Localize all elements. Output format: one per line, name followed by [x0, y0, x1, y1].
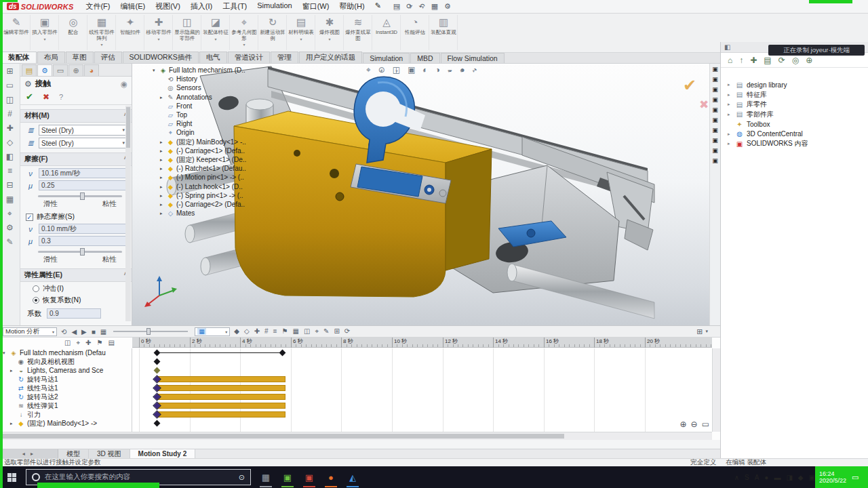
- zoom-icon[interactable]: ⊖: [691, 420, 698, 429]
- ribbon-button[interactable]: ▥ 装配体直观 ▾: [430, 15, 458, 50]
- tray-icon[interactable]: ◆: [798, 474, 804, 481]
- keep-visible-icon[interactable]: ◉: [121, 79, 127, 89]
- timeline-row[interactable]: [132, 366, 712, 375]
- left-toolbar-icon[interactable]: ⚙: [6, 223, 14, 232]
- motion-tree-item[interactable]: ▸ ◒ Lights, Cameras and Sce: [0, 366, 132, 375]
- feature-tree-item[interactable]: ▸ ◆ (固定) Keeper<1> (De..: [150, 155, 258, 164]
- commandmanager-tab[interactable]: 管道设计: [228, 52, 270, 63]
- slider-thumb[interactable]: [80, 192, 85, 200]
- key-diamond[interactable]: [154, 367, 161, 374]
- taskbar-app-icon[interactable]: ▦: [258, 467, 274, 487]
- filter-icon[interactable]: ◫: [64, 339, 71, 347]
- expand-arrow-icon[interactable]: ▸: [728, 92, 732, 98]
- library-tree-item[interactable]: ▸ ▣ SOLIDWORKS 内容: [721, 139, 868, 149]
- study-tab[interactable]: 模型: [58, 449, 89, 458]
- commandmanager-tab[interactable]: MBD: [410, 53, 439, 63]
- key-diamond[interactable]: [154, 359, 161, 365]
- motion-tree-item[interactable]: ▸ ◆ (固定) MainBody<1> ->: [0, 419, 132, 428]
- library-toolbar-icon[interactable]: ⟳: [778, 56, 785, 65]
- expand-arrow-icon[interactable]: ▸: [160, 155, 165, 164]
- motion-tool-icon[interactable]: #: [264, 327, 269, 336]
- motion-tool-icon[interactable]: ≡: [273, 327, 277, 336]
- tray-icon[interactable]: ▬: [774, 474, 781, 481]
- motion-tree-item[interactable]: ↻ 旋转马达1: [0, 375, 132, 384]
- menu-item[interactable]: 插入(I): [191, 1, 212, 12]
- motion-tool-icon[interactable]: ◇: [244, 327, 250, 336]
- quick-access-icon[interactable]: ⟳▾: [406, 2, 412, 11]
- menu-item[interactable]: 帮助(H): [339, 1, 364, 12]
- taskbar-app-icon[interactable]: ◭: [344, 467, 361, 487]
- static-friction-slider[interactable]: [38, 251, 122, 253]
- scrollbar-thumb[interactable]: [1, 434, 564, 439]
- clock-area[interactable]: 16:242020/5/22 ▭: [815, 466, 868, 488]
- help-button[interactable]: ?: [59, 93, 63, 101]
- library-tree-item[interactable]: ▸ ▤ 零部件库: [721, 110, 868, 120]
- library-tree-item[interactable]: ✦ Toolbox: [721, 119, 868, 129]
- slider-thumb[interactable]: [80, 248, 85, 256]
- motion-tool-icon[interactable]: ▦: [292, 327, 298, 336]
- left-toolbar-icon[interactable]: #: [7, 109, 12, 119]
- expand-arrow-icon[interactable]: ▸: [728, 102, 732, 107]
- static-friction-checkbox[interactable]: ✓: [26, 214, 33, 221]
- view-tool-icon[interactable]: ▣▾: [408, 65, 415, 75]
- left-toolbar-icon[interactable]: ≡: [7, 166, 12, 176]
- timeline-row[interactable]: [132, 375, 712, 384]
- ribbon-button[interactable]: ✦ 智能扣件 ▾: [117, 15, 144, 50]
- timeline-row[interactable]: [132, 384, 712, 392]
- material-select[interactable]: Steel (Dry)▾: [39, 138, 127, 148]
- expand-arrow-icon[interactable]: ▸: [160, 138, 165, 146]
- tray-icon[interactable]: S: [745, 474, 749, 481]
- mic-icon[interactable]: ⊙: [239, 473, 245, 482]
- expand-arrow-icon[interactable]: ▸: [160, 146, 165, 155]
- key-diamond[interactable]: [154, 350, 161, 357]
- static-friction-coefficient-field[interactable]: 0.3: [39, 236, 127, 246]
- ribbon-button[interactable]: ▦ 线性零部件阵列 ▾: [88, 15, 116, 50]
- study-tab[interactable]: 3D 视图: [89, 449, 130, 458]
- filter-icon[interactable]: ▤: [108, 339, 114, 347]
- commandmanager-tab[interactable]: 管理: [271, 52, 298, 63]
- tray-icon[interactable]: ◨: [786, 474, 792, 481]
- taskbar-app-icon[interactable]: ●: [323, 467, 339, 487]
- tray-icon[interactable]: A: [755, 474, 760, 481]
- timeline-row[interactable]: [132, 392, 712, 401]
- coefficient-field[interactable]: 0.9: [47, 308, 101, 319]
- left-toolbar-icon[interactable]: ✚: [6, 123, 13, 133]
- duration-bar[interactable]: [157, 403, 285, 409]
- motion-tool-icon[interactable]: ◫: [304, 327, 310, 336]
- start-button[interactable]: [0, 466, 23, 488]
- ribbon-button[interactable]: ◔ 性能评估 ▾: [401, 15, 429, 50]
- commandmanager-tab[interactable]: 布局: [37, 52, 65, 63]
- property-manager-tab[interactable]: ▭: [53, 64, 68, 76]
- view-tool-icon[interactable]: ◒▾: [448, 65, 452, 75]
- motion-tool-icon[interactable]: ◆: [234, 327, 239, 336]
- ribbon-button[interactable]: ◬ Instant3D ▾: [373, 15, 401, 50]
- task-pane-tab-icon[interactable]: ▣: [712, 96, 718, 103]
- commandmanager-tab[interactable]: 电气: [199, 52, 227, 63]
- expand-arrow-icon[interactable]: ▸: [160, 164, 165, 173]
- feature-tree-item[interactable]: ▸ ◆ (-) Ratchet<1> (Defau..: [150, 164, 258, 173]
- filter-icon[interactable]: ✚: [85, 339, 91, 347]
- taskbar-app-icon[interactable]: ▣: [301, 467, 317, 487]
- expand-arrow-icon[interactable]: ▸: [160, 191, 165, 200]
- ribbon-button[interactable]: ✎ 编辑零部件 ▾: [3, 15, 31, 50]
- expand-arrow-icon[interactable]: ▸: [160, 173, 165, 182]
- view-tool-icon[interactable]: ◑▾: [435, 65, 440, 75]
- property-manager-tab[interactable]: ⊕: [68, 64, 83, 76]
- motion-tool-icon[interactable]: ✎: [323, 327, 329, 336]
- dynamic-friction-slider[interactable]: [38, 195, 122, 197]
- dynamic-friction-coefficient-field[interactable]: 0.25: [39, 180, 127, 190]
- ribbon-button[interactable]: ▣ 插入零部件 ▾: [31, 15, 59, 50]
- playback-mode-select[interactable]: ▦▾: [195, 327, 230, 336]
- left-toolbar-icon[interactable]: ⌖: [7, 209, 12, 218]
- menu-item[interactable]: 窗口(W): [302, 1, 330, 12]
- quick-access-icon[interactable]: ▦▾: [431, 2, 438, 11]
- expand-arrow-icon[interactable]: ▸: [728, 82, 732, 87]
- task-pane-tab-icon[interactable]: ▣: [712, 86, 718, 93]
- expand-arrow-icon[interactable]: ▸: [10, 421, 15, 426]
- motion-tool-icon[interactable]: ⟳: [344, 327, 350, 336]
- menu-item[interactable]: 文件(F): [85, 1, 110, 12]
- library-tree-item[interactable]: ▸ ▤ 特征库: [721, 90, 868, 100]
- timeline-view-toggle[interactable]: ⊞▾: [696, 327, 717, 336]
- expand-arrow-icon[interactable]: ▸: [160, 182, 165, 191]
- task-pane-tab-icon[interactable]: ▣: [712, 147, 718, 154]
